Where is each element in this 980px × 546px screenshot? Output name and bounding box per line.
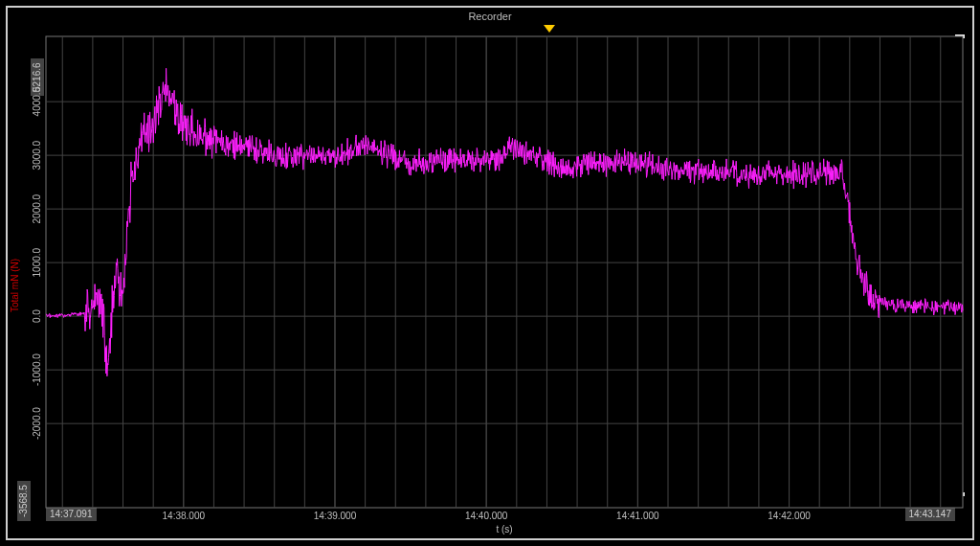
cursor-marker-top[interactable]	[544, 25, 555, 33]
x-axis-label: t (s)	[46, 524, 963, 535]
y-axis-label: Total mN (N)	[10, 259, 20, 312]
svg-text:0.0: 0.0	[32, 309, 42, 323]
y-axis-label-area: Total mN (N)	[9, 36, 24, 508]
plot-svg: -2000.0-1000.00.01000.02000.03000.04000.…	[46, 36, 963, 508]
plot-area[interactable]: -2000.0-1000.00.01000.02000.03000.04000.…	[46, 36, 963, 508]
y-tick-labels: -2000.0-1000.00.01000.02000.03000.04000.…	[32, 86, 42, 440]
svg-text:1000.0: 1000.0	[32, 247, 42, 277]
svg-text:3000.0: 3000.0	[32, 140, 42, 170]
window-title: Recorder	[8, 8, 972, 25]
gridlines	[46, 36, 963, 508]
svg-text:-1000.0: -1000.0	[32, 353, 42, 386]
recorder-window: Recorder Total mN (N) 5216.6 -3568.5 14:…	[6, 6, 974, 540]
svg-text:-2000.0: -2000.0	[32, 407, 42, 440]
svg-text:4000.0: 4000.0	[32, 86, 42, 116]
x-axis-label-row: t (s)	[46, 508, 963, 536]
svg-text:2000.0: 2000.0	[32, 193, 42, 223]
y-min-label: -3568.5	[17, 481, 31, 521]
